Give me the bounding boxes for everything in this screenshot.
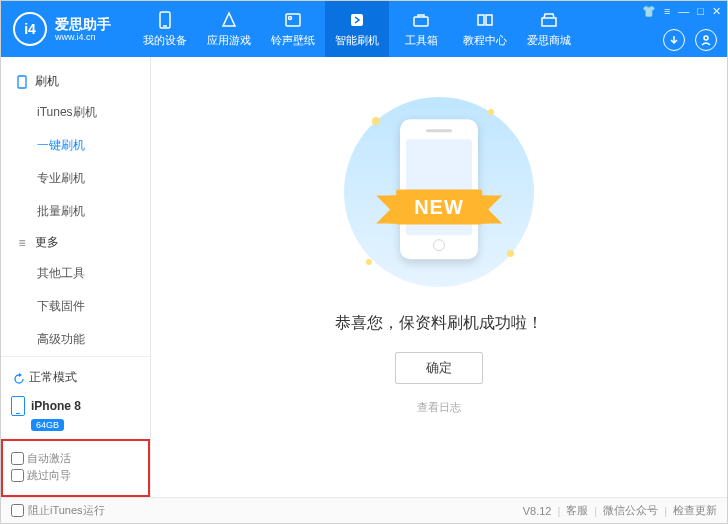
device-name: iPhone 8	[31, 399, 81, 413]
version-label: V8.12	[523, 505, 552, 517]
svg-point-3	[289, 17, 292, 20]
nav-tab-tutorials[interactable]: 教程中心	[453, 1, 517, 57]
svg-rect-5	[414, 17, 428, 26]
sidebar-options: 自动激活 跳过向导	[1, 439, 150, 497]
nav-label: 工具箱	[405, 33, 438, 48]
nav-tab-toolbox[interactable]: 工具箱	[389, 1, 453, 57]
phone-icon	[11, 396, 25, 416]
user-button[interactable]	[695, 29, 717, 51]
nav-tab-devices[interactable]: 我的设备	[133, 1, 197, 57]
maximize-icon[interactable]: □	[697, 5, 704, 18]
group-title: 刷机	[35, 73, 59, 90]
svg-rect-4	[351, 14, 363, 26]
download-button[interactable]	[663, 29, 685, 51]
more-icon: ≡	[15, 236, 29, 250]
auto-activate-checkbox[interactable]: 自动激活	[11, 451, 71, 466]
nav-label: 教程中心	[463, 33, 507, 48]
view-log-link[interactable]: 查看日志	[417, 400, 461, 415]
nav-label: 智能刷机	[335, 33, 379, 48]
mode-label: 正常模式	[29, 369, 77, 386]
nav-tab-store[interactable]: 爱思商城	[517, 1, 581, 57]
nav-tab-ringtones[interactable]: 铃声壁纸	[261, 1, 325, 57]
svg-point-6	[704, 36, 708, 40]
phone-icon	[15, 75, 29, 89]
menu-icon[interactable]: ≡	[664, 5, 670, 18]
app-subtitle: www.i4.cn	[55, 32, 111, 43]
success-message: 恭喜您，保资料刷机成功啦！	[335, 313, 543, 334]
main-content: NEW 恭喜您，保资料刷机成功啦！ 确定 查看日志	[151, 57, 727, 497]
sidebar-group-flash[interactable]: 刷机	[1, 67, 150, 96]
apps-icon	[219, 10, 239, 30]
nav-tab-flash[interactable]: 智能刷机	[325, 1, 389, 57]
sidebar-item-oneclick-flash[interactable]: 一键刷机	[1, 129, 150, 162]
ribbon-text: NEW	[396, 190, 482, 225]
logo-icon: i4	[13, 12, 47, 46]
nav-label: 铃声壁纸	[271, 33, 315, 48]
image-icon	[283, 10, 303, 30]
nav-tab-apps[interactable]: 应用游戏	[197, 1, 261, 57]
app-title: 爱思助手	[55, 16, 111, 32]
flash-icon	[347, 10, 367, 30]
ok-button[interactable]: 确定	[395, 352, 483, 384]
group-title: 更多	[35, 234, 59, 251]
tshirt-icon[interactable]: 👕	[642, 5, 656, 18]
sidebar-item-batch-flash[interactable]: 批量刷机	[1, 195, 150, 228]
sidebar-group-more[interactable]: ≡ 更多	[1, 228, 150, 257]
status-bar: 阻止iTunes运行 V8.12 | 客服 | 微信公众号 | 检查更新	[1, 497, 727, 523]
refresh-icon	[13, 373, 23, 383]
close-icon[interactable]: ✕	[712, 5, 721, 18]
window-controls: 👕 ≡ — □ ✕	[642, 5, 721, 18]
success-illustration: NEW	[344, 97, 534, 287]
app-header: i4 爱思助手 www.i4.cn 我的设备 应用游戏 铃声壁纸 智能刷机	[1, 1, 727, 57]
sidebar-item-other-tools[interactable]: 其他工具	[1, 257, 150, 290]
svg-rect-2	[286, 14, 300, 26]
footer-link-update[interactable]: 检查更新	[673, 503, 717, 518]
minimize-icon[interactable]: —	[678, 5, 689, 18]
nav-tabs: 我的设备 应用游戏 铃声壁纸 智能刷机 工具箱 教程中心	[133, 1, 581, 57]
sidebar: 刷机 iTunes刷机 一键刷机 专业刷机 批量刷机 ≡ 更多 其他工具 下载固…	[1, 57, 151, 497]
storage-badge: 64GB	[31, 419, 64, 431]
nav-label: 我的设备	[143, 33, 187, 48]
store-icon	[539, 10, 559, 30]
device-mode[interactable]: 正常模式	[11, 365, 140, 390]
footer-link-support[interactable]: 客服	[566, 503, 588, 518]
sidebar-item-download-firmware[interactable]: 下载固件	[1, 290, 150, 323]
footer-link-wechat[interactable]: 微信公众号	[603, 503, 658, 518]
skip-wizard-checkbox[interactable]: 跳过向导	[11, 468, 71, 483]
block-itunes-checkbox[interactable]: 阻止iTunes运行	[11, 503, 105, 518]
nav-label: 应用游戏	[207, 33, 251, 48]
sidebar-item-advanced[interactable]: 高级功能	[1, 323, 150, 356]
svg-rect-7	[18, 76, 26, 88]
toolbox-icon	[411, 10, 431, 30]
nav-label: 爱思商城	[527, 33, 571, 48]
book-icon	[475, 10, 495, 30]
device-info[interactable]: iPhone 8	[11, 396, 140, 416]
sidebar-item-pro-flash[interactable]: 专业刷机	[1, 162, 150, 195]
sidebar-item-itunes-flash[interactable]: iTunes刷机	[1, 96, 150, 129]
phone-icon	[155, 10, 175, 30]
logo-area: i4 爱思助手 www.i4.cn	[1, 12, 123, 46]
